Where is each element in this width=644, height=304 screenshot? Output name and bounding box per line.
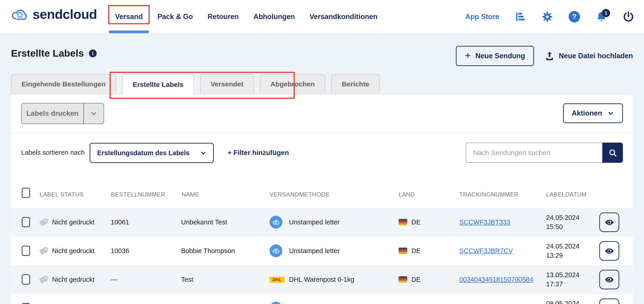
tag-icon <box>38 217 48 228</box>
shipment-search <box>466 142 623 163</box>
order-number-cell: 10036 <box>111 247 129 255</box>
view-shipment-button[interactable] <box>599 298 619 304</box>
ship-method-cell: Unstamped letter <box>289 247 340 255</box>
eye-icon <box>604 246 615 256</box>
table-header-row: LABEL STATUS BESTELLNUMMER NAME VERSANDM… <box>11 181 633 208</box>
dhl-carrier-icon: DHL <box>270 277 285 283</box>
tag-icon <box>38 245 48 257</box>
label-status-cell: Nicht gedruckt <box>52 218 94 226</box>
view-shipment-button[interactable] <box>599 241 619 261</box>
info-icon[interactable]: i <box>89 50 97 57</box>
tracking-link[interactable]: SCCWF3JBT333 <box>459 218 510 226</box>
label-date-cell: 13.05.202417:37 <box>546 270 579 289</box>
name-cell: Unbekannt Test <box>181 218 227 226</box>
country-cell: DE <box>412 247 420 255</box>
view-shipment-button[interactable] <box>599 212 619 232</box>
actions-menu-button[interactable]: Aktionen <box>563 104 623 123</box>
top-navigation-bar: sendcloud VersandPack & GoRetourenAbholu… <box>0 0 644 33</box>
power-icon[interactable] <box>622 11 634 23</box>
sendcloud-logo[interactable]: sendcloud <box>11 6 97 22</box>
nav-item-pack-go[interactable]: Pack & Go <box>150 0 200 33</box>
sendcloud-cloud-icon <box>11 8 29 21</box>
tag-icon <box>38 274 48 286</box>
plus-icon: + <box>465 50 471 60</box>
nav-item-abholungen[interactable]: Abholungen <box>246 0 302 33</box>
table-body: Nicht gedruckt 10061 Unbekannt Test DHL … <box>11 208 633 304</box>
help-icon[interactable]: ? <box>568 11 580 23</box>
app-store-link[interactable]: App Store <box>465 12 499 21</box>
nav-item-retouren[interactable]: Retouren <box>200 0 246 33</box>
table-row: Nicht gedruckt DHL 08.05.2024 <box>11 294 633 304</box>
upload-icon <box>544 51 554 61</box>
tab-versendet[interactable]: Versendet <box>200 74 254 94</box>
brand-name: sendcloud <box>32 6 97 22</box>
bell-icon[interactable]: 1 <box>596 11 607 23</box>
germany-flag-icon <box>398 248 407 254</box>
sort-select[interactable]: Erstellungsdatum des Labels <box>90 143 214 163</box>
row-checkbox[interactable] <box>22 303 30 304</box>
add-filter-link[interactable]: + Filter hinzufügen <box>228 149 289 156</box>
table-row: Nicht gedruckt — Test DHL DHL Warenpost … <box>11 265 633 294</box>
row-checkbox[interactable] <box>22 274 30 284</box>
ship-method-cell: Unstamped letter <box>289 218 340 226</box>
view-shipment-button[interactable] <box>599 270 619 289</box>
new-shipment-button[interactable]: + Neue Sendung <box>456 46 534 66</box>
country-cell: DE <box>412 218 420 226</box>
col-name: NAME <box>182 191 199 198</box>
col-country: LAND <box>398 191 415 198</box>
chevron-down-icon <box>607 110 614 117</box>
bar-chart-icon[interactable] <box>514 11 526 23</box>
gear-icon[interactable] <box>541 11 553 23</box>
search-button[interactable] <box>602 142 623 163</box>
divider <box>11 133 633 133</box>
col-label-date: LABELDATUM <box>546 191 586 198</box>
chevron-down-icon <box>200 150 207 156</box>
tab-abgebrochen[interactable]: Abgebrochen <box>260 74 325 94</box>
col-tracking: TRACKINGNUMMER <box>459 191 518 198</box>
sendcloud-carrier-icon <box>270 216 282 228</box>
name-cell: Bobbie Thompson <box>181 247 235 255</box>
tracking-link[interactable]: SCCWF3JBR7CV <box>459 247 513 255</box>
table-row: Nicht gedruckt 10036 Bobbie Thompson DHL… <box>11 236 633 265</box>
col-label-status: LABEL STATUS <box>40 191 84 198</box>
tag-icon <box>38 302 48 304</box>
upload-file-button[interactable]: Neue Datei hochladen <box>544 51 633 61</box>
label-date-cell: 08.05.2024 <box>546 299 579 304</box>
nav-item-versandkonditionen[interactable]: Versandkonditionen <box>302 0 385 33</box>
label-status-cell: Nicht gedruckt <box>52 247 94 255</box>
sendcloud-carrier-icon <box>270 244 282 257</box>
header-right-icons: App Store <box>465 0 634 33</box>
tab-berichte[interactable]: Berichte <box>331 74 380 94</box>
sort-by-label: Labels sortieren nach <box>21 149 84 156</box>
ship-method-cell: DHL Warenpost 0-1kg <box>289 276 354 283</box>
tab-eingehende-bestellungen[interactable]: Eingehende Bestellungen <box>11 74 116 94</box>
page-title: Erstellte Labels <box>11 48 84 59</box>
eye-icon <box>604 217 615 228</box>
labels-panel: Labels drucken Aktionen Labels sortieren… <box>11 94 633 304</box>
tracking-link[interactable]: 00340434518150700584 <box>459 276 533 283</box>
notification-badge: 1 <box>602 9 610 17</box>
print-labels-dropdown[interactable] <box>84 104 104 124</box>
label-date-cell: 24.05.202415:50 <box>546 213 579 231</box>
print-labels-button[interactable]: Labels drucken <box>22 104 84 124</box>
main-nav: VersandPack & GoRetourenAbholungenVersan… <box>108 0 385 33</box>
label-date-cell: 24.05.202413:29 <box>546 242 579 260</box>
nav-item-versand[interactable]: Versand <box>108 0 150 33</box>
col-ship-method: VERSANDMETHODE <box>270 191 330 198</box>
germany-flag-icon <box>398 276 407 283</box>
select-all-checkbox[interactable] <box>22 188 30 198</box>
print-labels-split-button[interactable]: Labels drucken <box>21 103 104 124</box>
eye-icon <box>604 303 615 304</box>
sendcloud-carrier-icon <box>270 302 282 304</box>
chevron-down-icon <box>90 110 98 118</box>
name-cell: Test <box>181 276 193 283</box>
row-checkbox[interactable] <box>22 217 30 227</box>
eye-icon <box>604 274 615 285</box>
search-input[interactable] <box>466 142 602 163</box>
label-status-cell: Nicht gedruckt <box>52 276 94 283</box>
tab-erstellte-labels[interactable]: Erstellte Labels <box>122 74 194 95</box>
tab-bar: Eingehende BestellungenErstellte LabelsV… <box>11 74 380 95</box>
row-checkbox[interactable] <box>22 246 30 256</box>
col-order-number: BESTELLNUMMER <box>111 191 166 198</box>
order-number-cell: 10061 <box>111 218 129 226</box>
